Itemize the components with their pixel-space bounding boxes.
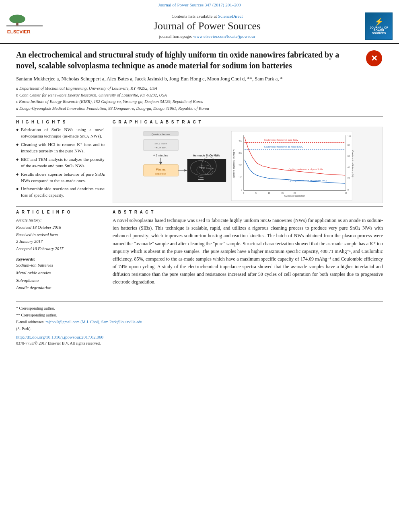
svg-text:300: 300 [239, 152, 242, 154]
svg-rect-0 [6, 25, 43, 26]
svg-text:5: 5 [255, 192, 257, 194]
graphical-abstract-image: Quartz substrate SnO₂ paste ~KOH soln. +… [113, 127, 383, 203]
svg-text:60: 60 [348, 155, 350, 157]
svg-text:20: 20 [294, 192, 296, 194]
svg-text:Coulombic efficiency of as-mad: Coulombic efficiency of as-made SnO₂ [264, 146, 303, 148]
elsevier-logo: ELSEVIER [6, 14, 43, 38]
separator-1 [16, 116, 383, 117]
svg-text:50: 50 [345, 192, 347, 194]
svg-text:Quartz substrate: Quartz substrate [152, 133, 170, 136]
svg-text:~KOH soln.: ~KOH soln. [154, 146, 167, 149]
issn-line: 0378-7753/© 2017 Elsevier B.V. All right… [16, 341, 383, 345]
svg-text:Coulombic efficiency of pure S: Coulombic efficiency of pure SnO₂ [264, 138, 299, 141]
corresponding-note-2: ** Corresponding author. [16, 312, 383, 318]
svg-text:0: 0 [348, 188, 349, 191]
svg-text:apparatus: apparatus [155, 172, 166, 175]
affiliation-b: b Conn Center for Renewable Energy Resea… [16, 92, 383, 99]
revised-date: 2 January 2017 [16, 238, 105, 245]
svg-text:0: 0 [243, 192, 244, 194]
svg-text:200: 200 [239, 164, 242, 166]
svg-rect-2 [16, 23, 18, 25]
svg-text:ELSEVIER: ELSEVIER [7, 29, 31, 34]
article-title-block: An electrochemical and structural study … [16, 49, 383, 71]
contents-line: Contents lists available at ScienceDirec… [49, 14, 365, 18]
svg-text:40: 40 [348, 166, 350, 168]
journal-center: Contents lists available at ScienceDirec… [49, 14, 365, 39]
svg-text:Cycling performance of as-made: Cycling performance of as-made SnO₂ [289, 179, 327, 182]
svg-text:As-made SnO₂ NWs: As-made SnO₂ NWs [193, 154, 220, 157]
footer-notes: * Corresponding author. ** Corresponding… [16, 305, 383, 332]
keywords-list: Sodium-ion batteries Metal oxide anodes … [16, 261, 105, 292]
bolt-icon: ⚡ [374, 18, 383, 25]
svg-text:80: 80 [348, 144, 350, 146]
received-revised-label: Received in revised form [16, 231, 105, 238]
highlights-graphical-row: H I G H L I G H T S Fabrication of SnO₂ … [16, 120, 383, 203]
highlights-list: Fabrication of SnO₂ NWs using a novel so… [16, 127, 105, 199]
svg-text:Cycling performance of pure Sn: Cycling performance of pure SnO₂ [289, 168, 323, 170]
keyword-1: Sodium-ion batteries [16, 261, 105, 269]
article-history: Article history: Received 18 October 201… [16, 217, 105, 253]
svg-text:Plasma: Plasma [156, 168, 166, 171]
doi-link[interactable]: http://dx.doi.org/10.1016/j.jpowsour.201… [16, 335, 383, 339]
svg-text:400: 400 [239, 140, 242, 142]
keyword-2: Metal oxide anodes [16, 269, 105, 277]
svg-text:10: 10 [268, 192, 270, 194]
abstract-col: A B S T R A C T A novel solvoplasma base… [113, 210, 383, 292]
journal-logo: ⚡ JOURNAL OF POWER SOURCES [365, 12, 393, 40]
svg-text:5 nm: 5 nm [198, 176, 204, 179]
abstract-text: A novel solvoplasma based technique was … [113, 217, 383, 286]
highlight-item-1: Fabrication of SnO₂ NWs using a novel so… [16, 127, 105, 140]
sciencedirect-link[interactable]: ScienceDirect [218, 14, 243, 18]
corresponding-note-1: * Corresponding author. [16, 305, 383, 312]
received-date: Received 18 October 2016 [16, 224, 105, 231]
authors: Santanu Mukherjee a, Nicholas Schuppert … [16, 75, 383, 83]
highlights-col: H I G H L I G H T S Fabrication of SnO₂ … [16, 120, 105, 203]
journal-reference: Journal of Power Sources 347 (2017) 201–… [0, 0, 399, 9]
svg-text:Coulombic efficiency (%): Coulombic efficiency (%) [352, 150, 354, 177]
graphical-abstract-col: G R A P H I C A L A B S T R A C T Quartz… [113, 120, 383, 203]
highlights-heading: H I G H L I G H T S [16, 120, 105, 124]
email-label: E-mail addresses: [16, 320, 45, 324]
svg-text:20: 20 [348, 177, 350, 179]
crossmark-badge[interactable]: ✕ [365, 49, 383, 67]
info-abstract-row: A R T I C L E I N F O Article history: R… [16, 210, 383, 292]
separator-2 [16, 206, 383, 207]
abstract-heading: A B S T R A C T [113, 210, 383, 214]
svg-marker-16 [184, 169, 187, 172]
email-addresses[interactable]: mjchoi0@gmail.com (M.J. Choi), Sam.Park@… [45, 320, 142, 324]
affiliations: a Department of Mechanical Engineering, … [16, 85, 383, 112]
svg-text:Cycles of operation: Cycles of operation [284, 194, 305, 197]
highlight-item-2: Cleaning with HCl to remove K⁺ ions and … [16, 142, 105, 154]
keyword-4: Anodic degradation [16, 284, 105, 292]
svg-text:100: 100 [348, 135, 351, 138]
journal-banner: ELSEVIER Contents lists available at Sci… [0, 9, 399, 44]
article-title-text: An electrochemical and structural study … [16, 49, 365, 71]
homepage-url[interactable]: www.elsevier.com/locate/jpowsour [193, 34, 255, 39]
keywords-section: Keywords: Sodium-ion batteries Metal oxi… [16, 257, 105, 292]
svg-rect-17 [187, 159, 226, 182]
footer-area: * Corresponding author. ** Corresponding… [16, 301, 383, 345]
affiliation-c: c Korea Institute of Energy Research (KI… [16, 99, 383, 105]
highlight-item-5: Unfavorable side reactions and dendrites… [16, 186, 105, 199]
history-heading: Article history: [16, 217, 105, 224]
svg-point-1 [9, 14, 25, 23]
svg-rect-6 [144, 139, 178, 150]
affiliation-d: d Daegu-Gyeongbuk Medical Innovation Fou… [16, 105, 383, 112]
article-info-col: A R T I C L E I N F O Article history: R… [16, 210, 105, 292]
svg-marker-11 [159, 162, 162, 164]
email-line: E-mail addresses: mjchoi0@gmail.com (M.J… [16, 318, 383, 325]
highlight-item-3: BET and TEM analysis to analyze the poro… [16, 156, 105, 169]
keywords-heading: Keywords: [16, 257, 105, 261]
svg-text:+ 2 minutes: + 2 minutes [153, 154, 168, 157]
svg-text:Specific capacity (mAhg⁻¹): Specific capacity (mAhg⁻¹) [232, 149, 235, 178]
affiliation-a: a Department of Mechanical Engineering, … [16, 85, 383, 92]
email-suffix: (S. Park). [16, 325, 383, 332]
svg-text:0: 0 [241, 188, 242, 191]
svg-text:100: 100 [239, 176, 242, 179]
article-info-heading: A R T I C L E I N F O [16, 210, 105, 214]
crossmark-icon: ✕ [366, 50, 382, 66]
svg-rect-25 [231, 131, 352, 201]
keyword-3: Solvoplasma [16, 277, 105, 284]
journal-title: Journal of Power Sources [49, 20, 365, 32]
accepted-date: Accepted 16 February 2017 [16, 245, 105, 253]
